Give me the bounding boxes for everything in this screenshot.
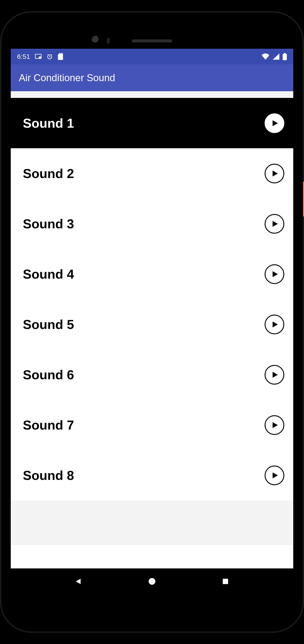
nav-bar <box>11 568 293 595</box>
nav-home-icon <box>148 577 156 586</box>
svg-point-5 <box>149 578 155 585</box>
nav-recents-button[interactable] <box>220 576 231 588</box>
sound-label: Sound 6 <box>23 367 74 382</box>
sd-card-icon <box>58 53 63 60</box>
sound-row-8[interactable]: Sound 8 <box>11 450 293 500</box>
play-icon <box>270 270 279 278</box>
phone-side-button <box>303 181 304 217</box>
svg-rect-1 <box>39 56 41 58</box>
app-title: Air Conditioner Sound <box>19 72 115 84</box>
screen: 6:51 <box>11 49 293 595</box>
svg-rect-4 <box>284 53 286 54</box>
sound-label: Sound 1 <box>23 116 74 130</box>
play-icon <box>270 320 279 329</box>
sound-row-6[interactable]: Sound 6 <box>11 350 293 400</box>
wifi-icon <box>261 54 269 60</box>
list-footer <box>11 500 293 545</box>
nav-back-icon <box>75 577 83 587</box>
sound-label: Sound 7 <box>23 418 74 432</box>
nav-back-button[interactable] <box>73 576 84 588</box>
play-button[interactable] <box>265 466 284 485</box>
sound-label: Sound 4 <box>23 266 74 282</box>
play-button[interactable] <box>265 365 284 384</box>
play-button[interactable] <box>265 264 284 284</box>
play-button[interactable] <box>265 113 284 133</box>
phone-speaker <box>132 39 172 42</box>
sound-row-4[interactable]: Sound 4 <box>11 249 293 299</box>
play-icon <box>270 471 279 480</box>
phone-frame: 6:51 <box>0 11 304 633</box>
sound-label: Sound 2 <box>23 166 74 181</box>
sound-label: Sound 8 <box>23 468 74 483</box>
sound-row-2[interactable]: Sound 2 <box>11 148 293 198</box>
play-icon <box>270 219 279 228</box>
phone-sensor <box>107 38 110 44</box>
sound-row-5[interactable]: Sound 5 <box>11 299 293 350</box>
sound-row-3[interactable]: Sound 3 <box>11 198 293 249</box>
nav-recents-icon <box>222 578 229 586</box>
alarm-icon <box>47 54 53 60</box>
play-button[interactable] <box>265 214 284 234</box>
play-icon <box>270 370 279 379</box>
cell-signal-icon <box>273 54 279 60</box>
cast-icon <box>35 54 42 59</box>
play-icon <box>270 169 279 178</box>
svg-rect-3 <box>283 54 287 60</box>
play-icon <box>270 119 279 128</box>
sound-row-1[interactable]: Sound 1 <box>11 98 293 148</box>
play-icon <box>270 420 279 430</box>
play-button[interactable] <box>265 164 284 183</box>
app-bar: Air Conditioner Sound <box>11 64 293 91</box>
svg-rect-6 <box>223 579 228 584</box>
battery-icon <box>282 53 287 60</box>
sound-list: Sound 1 Sound 2 <box>11 98 293 568</box>
sound-label: Sound 3 <box>23 216 74 231</box>
phone-camera <box>91 35 102 46</box>
divider <box>11 91 293 98</box>
sound-row-7[interactable]: Sound 7 <box>11 400 293 450</box>
play-button[interactable] <box>265 415 284 435</box>
sound-label: Sound 5 <box>23 317 74 332</box>
status-time: 6:51 <box>17 53 30 60</box>
status-bar: 6:51 <box>11 49 293 64</box>
nav-home-button[interactable] <box>146 576 158 588</box>
play-button[interactable] <box>265 314 284 334</box>
